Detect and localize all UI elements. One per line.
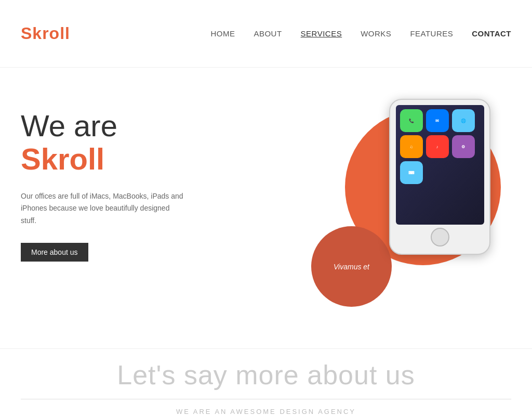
app-icon-mail: ✉ xyxy=(426,109,449,132)
nav-contact[interactable]: CONTACT xyxy=(472,29,511,38)
hero-heading: We are Skroll xyxy=(21,109,187,176)
hero-text-block: We are Skroll Our offices are full of iM… xyxy=(21,99,187,262)
nav-home[interactable]: HOME xyxy=(210,29,235,38)
app-icon-itunes: ♪ xyxy=(426,135,449,158)
bottom-headline: Let's say more about us xyxy=(21,359,511,391)
nav-features[interactable]: FEATURES xyxy=(410,29,453,38)
main-nav: HOME ABOUT SERVICES WORKS FEATURES CONTA… xyxy=(210,29,511,38)
hero-heading-brand: Skroll xyxy=(21,142,187,176)
site-header: Skroll HOME ABOUT SERVICES WORKS FEATURE… xyxy=(0,0,532,68)
logo-rest: kroll xyxy=(32,24,70,43)
nav-about[interactable]: ABOUT xyxy=(254,29,282,38)
app-icon-installer: ⚙ xyxy=(452,135,475,158)
bottom-divider xyxy=(21,399,511,399)
hero-heading-line1: We are xyxy=(21,109,117,142)
app-icon-phone: 📞 xyxy=(400,109,423,132)
small-circle: Vivamus et xyxy=(311,226,392,307)
logo-s: S xyxy=(21,24,32,43)
bottom-section: Let's say more about us WE ARE AN AWESOM… xyxy=(0,348,532,416)
hero-body-text: Our offices are full of iMacs, MacBooks,… xyxy=(21,190,187,227)
app-icon-ipod: ♫ xyxy=(400,135,423,158)
phone-body: 📞 ✉ 🌐 ♫ ♪ ⚙ ⌨ xyxy=(389,99,490,255)
phone-mockup: 📞 ✉ 🌐 ♫ ♪ ⚙ ⌨ xyxy=(389,99,490,260)
vivamus-label: Vivamus et xyxy=(334,263,369,271)
phone-screen-inner: 📞 ✉ 🌐 ♫ ♪ ⚙ ⌨ xyxy=(396,105,484,225)
site-logo[interactable]: Skroll xyxy=(21,24,70,43)
more-about-us-button[interactable]: More about us xyxy=(21,243,88,262)
app-icon-safari: 🌐 xyxy=(452,109,475,132)
hero-section: We are Skroll Our offices are full of iM… xyxy=(0,68,532,338)
app-icon-ssh: ⌨ xyxy=(400,161,423,184)
nav-services[interactable]: SERVICES xyxy=(301,29,342,38)
hero-visual: 📞 ✉ 🌐 ♫ ♪ ⚙ ⌨ Vivamus et xyxy=(241,99,511,317)
nav-works[interactable]: WORKS xyxy=(361,29,391,38)
phone-screen: 📞 ✉ 🌐 ♫ ♪ ⚙ ⌨ xyxy=(396,105,484,225)
phone-home-button xyxy=(431,228,449,246)
bottom-subheading: WE ARE AN AWESOME DESIGN AGENCY xyxy=(21,408,511,415)
